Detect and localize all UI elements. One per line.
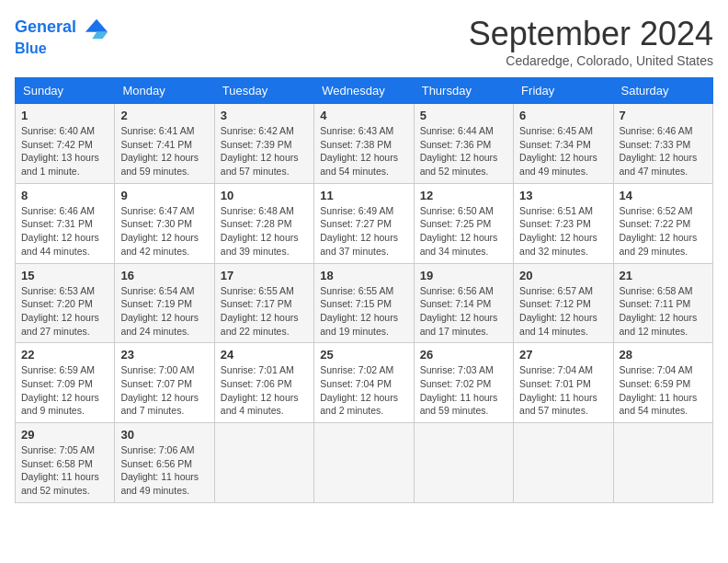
day-number: 17 — [221, 269, 308, 282]
day-number: 14 — [620, 189, 707, 202]
logo-text2: Blue — [15, 40, 109, 57]
weekday-header-sunday: Sunday — [16, 78, 115, 104]
calendar-cell: 28Sunrise: 7:04 AM Sunset: 6:59 PM Dayli… — [613, 343, 712, 423]
calendar-cell: 24Sunrise: 7:01 AM Sunset: 7:06 PM Dayli… — [214, 343, 313, 423]
month-title: September 2024 — [469, 15, 713, 53]
calendar-cell: 19Sunrise: 6:56 AM Sunset: 7:14 PM Dayli… — [414, 263, 513, 343]
calendar-cell: 18Sunrise: 6:55 AM Sunset: 7:15 PM Dayli… — [314, 263, 414, 343]
day-info: Sunrise: 6:46 AM Sunset: 7:31 PM Dayligh… — [21, 204, 108, 259]
day-number: 24 — [221, 348, 308, 362]
calendar-cell: 13Sunrise: 6:51 AM Sunset: 7:23 PM Dayli… — [514, 183, 613, 263]
calendar-cell: 20Sunrise: 6:57 AM Sunset: 7:12 PM Dayli… — [514, 263, 613, 343]
weekday-header-wednesday: Wednesday — [314, 78, 414, 104]
calendar-cell: 2Sunrise: 6:41 AM Sunset: 7:41 PM Daylig… — [115, 104, 214, 184]
calendar-cell: 11Sunrise: 6:49 AM Sunset: 7:27 PM Dayli… — [314, 183, 414, 263]
calendar-cell — [514, 423, 613, 503]
calendar-week-5: 29Sunrise: 7:05 AM Sunset: 6:58 PM Dayli… — [16, 423, 713, 503]
day-info: Sunrise: 6:41 AM Sunset: 7:41 PM Dayligh… — [120, 124, 208, 178]
day-number: 7 — [620, 109, 707, 122]
day-info: Sunrise: 6:56 AM Sunset: 7:14 PM Dayligh… — [420, 284, 507, 339]
day-info: Sunrise: 6:55 AM Sunset: 7:17 PM Dayligh… — [221, 284, 308, 339]
day-number: 4 — [320, 109, 407, 122]
day-info: Sunrise: 6:46 AM Sunset: 7:33 PM Dayligh… — [620, 124, 707, 178]
day-info: Sunrise: 7:00 AM Sunset: 7:07 PM Dayligh… — [120, 363, 208, 418]
day-number: 20 — [519, 269, 607, 282]
calendar-cell — [613, 423, 712, 503]
day-number: 21 — [620, 269, 707, 282]
calendar-cell: 8Sunrise: 6:46 AM Sunset: 7:31 PM Daylig… — [16, 183, 115, 263]
calendar-cell — [314, 423, 414, 503]
day-number: 30 — [120, 428, 208, 442]
calendar-cell: 6Sunrise: 6:45 AM Sunset: 7:34 PM Daylig… — [514, 104, 613, 184]
calendar-cell: 26Sunrise: 7:03 AM Sunset: 7:02 PM Dayli… — [414, 343, 513, 423]
day-number: 13 — [519, 189, 607, 202]
day-number: 23 — [120, 348, 208, 362]
day-number: 11 — [320, 189, 407, 202]
calendar-cell: 16Sunrise: 6:54 AM Sunset: 7:19 PM Dayli… — [115, 263, 214, 343]
day-info: Sunrise: 6:48 AM Sunset: 7:28 PM Dayligh… — [221, 204, 308, 259]
weekday-header-tuesday: Tuesday — [214, 78, 313, 104]
calendar-cell — [214, 423, 313, 503]
day-info: Sunrise: 7:01 AM Sunset: 7:06 PM Dayligh… — [221, 363, 308, 418]
day-number: 2 — [120, 109, 208, 122]
calendar-cell: 3Sunrise: 6:42 AM Sunset: 7:39 PM Daylig… — [214, 104, 313, 184]
day-number: 9 — [120, 189, 208, 202]
calendar-cell: 15Sunrise: 6:53 AM Sunset: 7:20 PM Dayli… — [16, 263, 115, 343]
svg-marker-0 — [85, 19, 108, 32]
day-info: Sunrise: 7:02 AM Sunset: 7:04 PM Dayligh… — [320, 363, 407, 418]
page-header: General Blue September 2024 Cedaredge, C… — [15, 15, 713, 68]
day-info: Sunrise: 6:59 AM Sunset: 7:09 PM Dayligh… — [21, 363, 108, 418]
day-info: Sunrise: 6:49 AM Sunset: 7:27 PM Dayligh… — [320, 204, 407, 259]
calendar-cell: 4Sunrise: 6:43 AM Sunset: 7:38 PM Daylig… — [314, 104, 414, 184]
weekday-header-monday: Monday — [115, 78, 214, 104]
day-number: 16 — [120, 269, 208, 282]
svg-marker-1 — [92, 32, 108, 39]
weekday-header-row: SundayMondayTuesdayWednesdayThursdayFrid… — [16, 78, 713, 104]
day-number: 26 — [420, 348, 507, 362]
day-number: 6 — [519, 109, 607, 122]
day-info: Sunrise: 6:51 AM Sunset: 7:23 PM Dayligh… — [519, 204, 607, 259]
day-info: Sunrise: 6:45 AM Sunset: 7:34 PM Dayligh… — [519, 124, 607, 178]
calendar-week-2: 8Sunrise: 6:46 AM Sunset: 7:31 PM Daylig… — [16, 183, 713, 263]
weekday-header-saturday: Saturday — [613, 78, 712, 104]
calendar-cell: 14Sunrise: 6:52 AM Sunset: 7:22 PM Dayli… — [613, 183, 712, 263]
day-info: Sunrise: 7:04 AM Sunset: 6:59 PM Dayligh… — [620, 363, 707, 418]
calendar-week-4: 22Sunrise: 6:59 AM Sunset: 7:09 PM Dayli… — [16, 343, 713, 423]
calendar-cell: 7Sunrise: 6:46 AM Sunset: 7:33 PM Daylig… — [613, 104, 712, 184]
day-info: Sunrise: 6:58 AM Sunset: 7:11 PM Dayligh… — [620, 284, 707, 339]
day-info: Sunrise: 6:54 AM Sunset: 7:19 PM Dayligh… — [120, 284, 208, 339]
day-info: Sunrise: 6:43 AM Sunset: 7:38 PM Dayligh… — [320, 124, 407, 178]
day-number: 27 — [519, 348, 607, 362]
day-info: Sunrise: 6:44 AM Sunset: 7:36 PM Dayligh… — [420, 124, 507, 178]
weekday-header-thursday: Thursday — [414, 78, 513, 104]
logo-text: General — [15, 15, 109, 40]
location: Cedaredge, Colorado, United States — [469, 53, 713, 68]
calendar-cell: 12Sunrise: 6:50 AM Sunset: 7:25 PM Dayli… — [414, 183, 513, 263]
calendar-cell: 1Sunrise: 6:40 AM Sunset: 7:42 PM Daylig… — [16, 104, 115, 184]
day-info: Sunrise: 7:06 AM Sunset: 6:56 PM Dayligh… — [120, 443, 208, 498]
calendar-cell: 9Sunrise: 6:47 AM Sunset: 7:30 PM Daylig… — [115, 183, 214, 263]
calendar-cell: 22Sunrise: 6:59 AM Sunset: 7:09 PM Dayli… — [16, 343, 115, 423]
calendar-week-1: 1Sunrise: 6:40 AM Sunset: 7:42 PM Daylig… — [16, 104, 713, 184]
day-number: 19 — [420, 269, 507, 282]
title-block: September 2024 Cedaredge, Colorado, Unit… — [469, 15, 713, 68]
calendar-cell: 21Sunrise: 6:58 AM Sunset: 7:11 PM Dayli… — [613, 263, 712, 343]
day-number: 15 — [21, 269, 108, 282]
calendar-cell — [414, 423, 513, 503]
logo: General Blue — [15, 15, 109, 57]
weekday-header-friday: Friday — [514, 78, 613, 104]
day-number: 22 — [21, 348, 108, 362]
day-info: Sunrise: 6:50 AM Sunset: 7:25 PM Dayligh… — [420, 204, 507, 259]
calendar-cell: 25Sunrise: 7:02 AM Sunset: 7:04 PM Dayli… — [314, 343, 414, 423]
day-info: Sunrise: 6:40 AM Sunset: 7:42 PM Dayligh… — [21, 124, 108, 178]
day-number: 28 — [620, 348, 707, 362]
calendar-table: SundayMondayTuesdayWednesdayThursdayFrid… — [15, 77, 713, 503]
day-number: 8 — [21, 189, 108, 202]
day-info: Sunrise: 6:42 AM Sunset: 7:39 PM Dayligh… — [221, 124, 308, 178]
day-number: 10 — [221, 189, 308, 202]
calendar-cell: 27Sunrise: 7:04 AM Sunset: 7:01 PM Dayli… — [514, 343, 613, 423]
calendar-cell: 23Sunrise: 7:00 AM Sunset: 7:07 PM Dayli… — [115, 343, 214, 423]
day-number: 18 — [320, 269, 407, 282]
day-number: 29 — [21, 428, 108, 442]
day-info: Sunrise: 7:05 AM Sunset: 6:58 PM Dayligh… — [21, 443, 108, 498]
